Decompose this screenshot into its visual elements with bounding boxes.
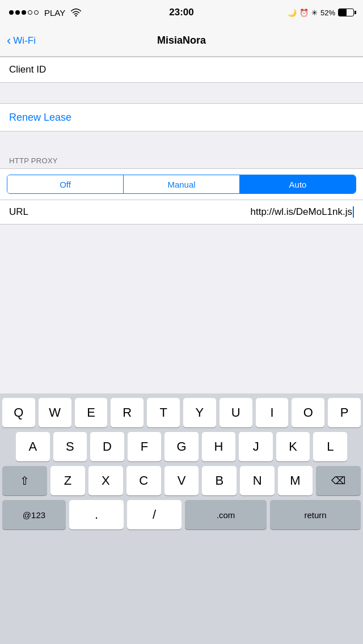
spacer-1 <box>0 83 363 103</box>
key-r[interactable]: R <box>111 398 143 427</box>
back-button[interactable]: ‹ Wi-Fi <box>7 35 36 47</box>
renew-lease-row[interactable]: Renew Lease <box>0 103 363 132</box>
key-d[interactable]: D <box>90 432 124 461</box>
url-value: http://wl.is/DeMoL1nk.js <box>250 206 352 218</box>
key-period[interactable]: . <box>69 500 124 529</box>
key-q[interactable]: Q <box>2 398 35 427</box>
key-a[interactable]: A <box>16 432 50 461</box>
keyboard-row-3: ⇧ Z X C V B N M ⌫ <box>0 466 363 495</box>
key-z[interactable]: Z <box>50 466 85 495</box>
key-v[interactable]: V <box>164 466 199 495</box>
key-g[interactable]: G <box>164 432 199 461</box>
keyboard-row-1: Q W E R T Y U I O P <box>0 398 363 427</box>
battery-percent: 52% <box>320 9 335 17</box>
key-p[interactable]: P <box>328 398 361 427</box>
proxy-segmented-wrapper: Off Manual Auto <box>0 168 363 200</box>
url-row[interactable]: URL http://wl.is/DeMoL1nk.js <box>0 200 363 224</box>
keyboard-row-4: @123 . / .com return <box>0 500 363 533</box>
key-slash[interactable]: / <box>127 500 182 529</box>
key-numsym[interactable]: @123 <box>2 500 66 529</box>
status-bar: PLAY 23:00 🌙 ⏰ ✳ 52% <box>0 0 363 25</box>
url-input-area[interactable]: http://wl.is/DeMoL1nk.js <box>54 206 354 218</box>
moon-icon: 🌙 <box>288 9 297 17</box>
client-id-group: Client ID <box>0 57 363 83</box>
key-dotcom[interactable]: .com <box>185 500 267 529</box>
bluetooth-icon: ✳ <box>311 9 318 17</box>
spacer-2 <box>0 132 363 152</box>
seg-off[interactable]: Off <box>7 175 124 193</box>
key-x[interactable]: X <box>88 466 123 495</box>
key-k[interactable]: K <box>276 432 310 461</box>
client-id-label: Client ID <box>9 64 46 75</box>
back-label: Wi-Fi <box>13 35 36 46</box>
key-i[interactable]: I <box>256 398 289 427</box>
key-t[interactable]: T <box>147 398 180 427</box>
status-left: PLAY <box>9 8 81 18</box>
carrier-label: PLAY <box>44 8 65 18</box>
key-u[interactable]: U <box>220 398 252 427</box>
proxy-segmented-control: Off Manual Auto <box>7 175 356 194</box>
seg-auto[interactable]: Auto <box>240 175 356 193</box>
key-l[interactable]: L <box>313 432 347 461</box>
nav-title: MisiaNora <box>157 35 206 46</box>
key-return[interactable]: return <box>270 500 361 529</box>
key-h[interactable]: H <box>202 432 236 461</box>
key-s[interactable]: S <box>53 432 87 461</box>
wifi-icon <box>71 9 81 16</box>
signal-icon <box>9 10 39 15</box>
key-j[interactable]: J <box>239 432 273 461</box>
key-y[interactable]: Y <box>183 398 216 427</box>
key-b[interactable]: B <box>202 466 237 495</box>
renew-lease-label: Renew Lease <box>9 112 71 124</box>
client-id-row[interactable]: Client ID <box>0 57 363 82</box>
text-cursor <box>353 206 354 218</box>
seg-manual[interactable]: Manual <box>124 175 240 193</box>
key-n[interactable]: N <box>240 466 275 495</box>
alarm-icon: ⏰ <box>299 9 309 17</box>
url-label: URL <box>9 206 54 218</box>
key-o[interactable]: O <box>292 398 324 427</box>
key-c[interactable]: C <box>126 466 161 495</box>
http-proxy-header: HTTP PROXY <box>0 152 363 168</box>
back-chevron-icon: ‹ <box>7 35 11 47</box>
status-right: 🌙 ⏰ ✳ 52% <box>288 9 354 17</box>
delete-key[interactable]: ⌫ <box>316 466 361 495</box>
status-time: 23:00 <box>169 7 193 18</box>
shift-key[interactable]: ⇧ <box>2 466 47 495</box>
keyboard: Q W E R T Y U I O P A S D F G H J K L ⇧ … <box>0 393 363 644</box>
key-e[interactable]: E <box>75 398 108 427</box>
key-f[interactable]: F <box>128 432 162 461</box>
content-area: Client ID Renew Lease HTTP PROXY Off Man… <box>0 57 363 224</box>
key-m[interactable]: M <box>278 466 313 495</box>
battery-icon <box>338 9 354 16</box>
key-w[interactable]: W <box>39 398 71 427</box>
keyboard-row-2: A S D F G H J K L <box>0 432 363 461</box>
nav-bar: ‹ Wi-Fi MisiaNora <box>0 25 363 57</box>
